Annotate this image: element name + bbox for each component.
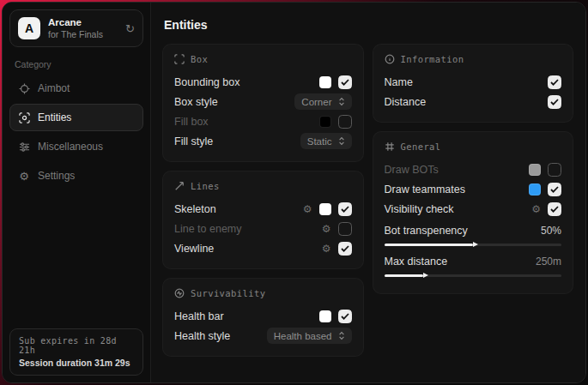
sidebar-item-miscellaneous[interactable]: Miscellaneous — [9, 133, 143, 160]
color-swatch[interactable] — [319, 116, 331, 128]
box-card-header: Box — [174, 54, 352, 64]
card-title: Lines — [191, 181, 220, 191]
checkbox[interactable] — [548, 163, 561, 177]
card-title: General — [401, 141, 441, 152]
card-title: Survivability — [191, 288, 265, 298]
fill-style-select[interactable]: Static — [300, 133, 352, 149]
checkbox[interactable] — [338, 222, 352, 236]
bot-transparency-block: Bot transpenency 50% — [385, 221, 562, 249]
gear-icon[interactable]: ⚙ — [322, 224, 331, 234]
brand-card: A Arcane for The Finals ↻ — [9, 9, 143, 47]
sidebar-item-entities[interactable]: Entities — [9, 104, 143, 131]
health-style-select[interactable]: Health based — [267, 328, 352, 344]
checkbox[interactable] — [338, 115, 352, 129]
slider-fill — [385, 244, 473, 246]
cards-grid: Box Bounding box Box style — [162, 44, 573, 357]
setting-label: Skeleton — [174, 203, 216, 215]
setting-row-draw-teammates: Draw teammates — [385, 179, 562, 199]
select-value: Static — [307, 136, 332, 147]
checkbox[interactable] — [338, 310, 352, 323]
category-label: Category — [15, 59, 138, 69]
page-title: Entities — [164, 18, 573, 32]
check-icon — [550, 206, 559, 213]
color-swatch[interactable] — [529, 164, 541, 176]
scan-eye-icon — [18, 111, 30, 123]
setting-row-distance: Distance — [385, 92, 562, 111]
check-icon — [341, 313, 349, 320]
setting-row-bounding-box: Bounding box — [174, 72, 352, 92]
slider-fill — [385, 274, 423, 277]
check-icon — [341, 79, 349, 86]
checkbox[interactable] — [548, 183, 561, 196]
color-swatch[interactable] — [529, 183, 541, 196]
check-icon — [550, 186, 559, 193]
setting-label: Draw BOTs — [385, 164, 439, 176]
check-icon — [550, 99, 559, 105]
setting-label: Health bar — [174, 310, 224, 322]
checkbox[interactable] — [548, 202, 561, 216]
gear-icon: ⚙ — [18, 170, 30, 182]
session-duration-text: Session duration 31m 29s — [19, 358, 134, 368]
color-swatch[interactable] — [319, 76, 331, 88]
sidebar-item-aimbot[interactable]: Aimbot — [9, 75, 143, 102]
setting-label: Draw teammates — [385, 183, 465, 196]
sub-expires-text: Sub expires in 28d 21h — [19, 336, 134, 355]
chevrons-up-down-icon — [338, 97, 345, 106]
brand-text: Arcane for The Finals — [48, 17, 118, 39]
lines-card: Lines Skeleton ⚙ Line to enemy — [162, 171, 364, 269]
setting-label: Viewline — [174, 243, 214, 255]
setting-row-visibility-check: Visibility check ⚙ — [385, 199, 562, 219]
checkbox[interactable] — [338, 242, 352, 256]
sidebar-item-label: Miscellaneous — [38, 141, 103, 153]
gear-icon[interactable]: ⚙ — [322, 244, 331, 254]
box-card: Box Bounding box Box style — [162, 44, 364, 162]
setting-row-fill-style: Fill style Static — [174, 131, 352, 151]
setting-label: Bot transpenency — [385, 225, 468, 237]
app-logo: A — [18, 17, 40, 39]
survivability-card-header: Survivability — [174, 288, 352, 298]
checkbox[interactable] — [548, 75, 561, 89]
checkbox[interactable] — [548, 95, 561, 109]
card-title: Information — [401, 54, 464, 64]
survivability-card: Survivability Health bar Health style — [162, 278, 364, 357]
sidebar-item-label: Aimbot — [38, 82, 70, 94]
info-icon — [385, 54, 395, 64]
checkbox[interactable] — [338, 202, 352, 216]
setting-row-draw-bots: Draw BOTs — [385, 159, 562, 179]
check-icon — [341, 245, 349, 252]
setting-row-fill-box: Fill box — [174, 111, 352, 131]
crosshair-icon — [18, 82, 30, 94]
setting-label: Bounding box — [174, 76, 239, 88]
bot-transparency-slider[interactable] — [385, 240, 562, 249]
sidebar: A Arcane for The Finals ↻ Category Aimbo… — [3, 3, 151, 382]
setting-row-name: Name — [385, 72, 562, 92]
gear-icon[interactable]: ⚙ — [303, 204, 312, 214]
brand-subtitle: for The Finals — [48, 29, 118, 39]
checkbox[interactable] — [338, 75, 352, 89]
lines-card-header: Lines — [174, 181, 352, 191]
check-icon — [341, 206, 349, 213]
sidebar-item-settings[interactable]: ⚙ Settings — [9, 162, 143, 189]
select-value: Corner — [301, 97, 331, 107]
setting-row-box-style: Box style Corner — [174, 92, 352, 111]
select-value: Health based — [274, 331, 332, 341]
color-swatch[interactable] — [319, 203, 331, 215]
check-icon — [550, 79, 559, 86]
setting-label: Max distance — [385, 256, 448, 268]
setting-label: Health style — [174, 330, 230, 342]
sidebar-item-label: Settings — [38, 170, 75, 182]
slider-value: 50% — [541, 225, 561, 237]
main-panel: Entities Box Bounding box — [151, 3, 585, 382]
gear-icon[interactable]: ⚙ — [531, 204, 541, 214]
setting-label: Fill box — [174, 116, 209, 128]
general-card: General Draw BOTs Draw teammates — [373, 131, 574, 294]
setting-row-line-to-enemy: Line to enemy ⚙ — [174, 219, 352, 238]
color-swatch[interactable] — [319, 310, 331, 322]
setting-label: Name — [385, 76, 413, 88]
box-style-select[interactable]: Corner — [294, 93, 351, 110]
max-distance-slider[interactable] — [385, 271, 562, 280]
left-column: Box Bounding box Box style — [162, 44, 364, 357]
sync-icon[interactable]: ↻ — [125, 22, 135, 35]
diagonal-line-icon — [174, 181, 185, 191]
pulse-icon — [174, 288, 185, 298]
